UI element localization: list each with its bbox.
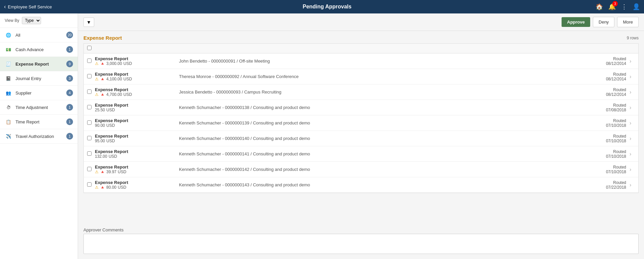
warning-icon: ⚠ (95, 77, 99, 81)
row-chevron-icon[interactable]: › (630, 166, 635, 173)
status-label: Routed (586, 103, 626, 108)
sidebar-item-supplier[interactable]: 👥 Supplier 4 (0, 86, 78, 100)
table-row[interactable]: Expense Report 95.00 USD Kenneth Schumac… (84, 131, 638, 146)
table-row[interactable]: Expense Report 25.50 USD Kenneth Schumac… (84, 100, 638, 115)
row-description: Kenneth Schumacher - 0000000143 / Consul… (179, 182, 582, 187)
approve-button[interactable]: Approve (562, 17, 590, 27)
toolbar: ▼ Approve Deny More (78, 13, 644, 31)
status-date: 07/10/2018 (586, 170, 626, 174)
home-icon[interactable]: 🏠 (596, 3, 603, 10)
more-button[interactable]: More (617, 17, 639, 27)
page-title: Pending Approvals (59, 4, 596, 10)
amount-value: 39.97 (106, 170, 116, 174)
row-chevron-icon[interactable]: › (630, 151, 635, 157)
row-chevron-icon[interactable]: › (630, 120, 635, 126)
status-label: Routed (586, 165, 626, 170)
view-by-select[interactable]: Type (22, 17, 41, 24)
row-type: Expense Report (95, 180, 176, 185)
row-chevron-icon[interactable]: › (630, 136, 635, 142)
table-row[interactable]: Expense Report ⚠ 🔺 4,100.00 USD Theresa … (84, 69, 638, 84)
row-checkbox[interactable] (87, 182, 92, 188)
back-button[interactable]: ‹ Employee Self Service (4, 4, 52, 10)
row-checkbox[interactable] (87, 74, 92, 79)
table-row[interactable]: Expense Report 132.00 USD Kenneth Schuma… (84, 146, 638, 162)
error-icon: 🔺 (100, 61, 105, 66)
sidebar-item-all[interactable]: 🌐 All 20 (0, 28, 78, 42)
sidebar-item-badge: 1 (66, 118, 73, 125)
status-label: Routed (586, 87, 626, 92)
status-date: 07/22/2018 (586, 185, 626, 190)
status-date: 07/10/2018 (586, 139, 626, 143)
row-chevron-icon[interactable]: › (630, 105, 635, 111)
sidebar-item-expense-report[interactable]: 🧾 Expense Report 9 (0, 57, 78, 71)
row-type: Expense Report (95, 87, 176, 92)
row-checkbox[interactable] (87, 120, 92, 126)
sidebar-item-travel-authorization[interactable]: ✈️ Travel Authorization 1 (0, 129, 78, 144)
notification-badge: 3 (612, 1, 618, 6)
approver-comments-input[interactable] (83, 234, 639, 254)
notifications-icon[interactable]: 🔔 3 (608, 3, 616, 10)
time-rep-icon: 📋 (5, 118, 12, 125)
table-row[interactable]: Expense Report 90.00 USD Kenneth Schumac… (84, 115, 638, 131)
sidebar-items-container: 🌐 All 20 💵 Cash Advance 1 🧾 Expense Repo… (0, 28, 78, 144)
row-count: 9 rows (627, 36, 639, 40)
deny-button[interactable]: Deny (593, 17, 614, 27)
row-status: Routed 07/08/2018 (586, 103, 626, 112)
row-main: Expense Report 25.50 USD (95, 103, 176, 112)
sidebar-item-badge: 1 (66, 104, 73, 111)
status-date: 07/10/2018 (586, 123, 626, 128)
time-adj-icon: ⏱ (5, 104, 12, 111)
status-label: Routed (586, 57, 626, 61)
journal-icon: 📓 (5, 75, 12, 82)
error-icon: 🔺 (100, 185, 105, 190)
row-description: Kenneth Schumacher - 0000000138 / Consul… (179, 105, 582, 110)
row-amount: 95.00 USD (95, 139, 176, 143)
currency-value: USD (118, 185, 126, 190)
status-label: Routed (586, 134, 626, 139)
row-amount: ⚠ 🔺 4,100.00 USD (95, 77, 176, 81)
row-checkbox[interactable] (87, 105, 92, 110)
user-avatar[interactable]: 👤 (633, 3, 640, 10)
row-type: Expense Report (95, 56, 176, 61)
sidebar-item-journal-entry[interactable]: 📓 Journal Entry 3 (0, 71, 78, 86)
status-date: 08/12/2014 (586, 92, 626, 97)
more-options-icon[interactable]: ⋮ (621, 3, 627, 10)
row-checkbox[interactable] (87, 59, 92, 64)
sidebar-item-label: Time Report (15, 119, 63, 124)
content-area: ▼ Approve Deny More Expense Report 9 row… (78, 13, 644, 259)
row-amount: ⚠ 🔺 39.97 USD (95, 170, 176, 174)
row-status: Routed 07/22/2018 (586, 180, 626, 190)
row-type: Expense Report (95, 164, 176, 170)
row-description: Kenneth Schumacher - 0000000140 / Consul… (179, 136, 582, 141)
row-chevron-icon[interactable]: › (630, 74, 635, 80)
select-all-row (84, 44, 638, 53)
row-status: Routed 08/12/2014 (586, 57, 626, 66)
sidebar-item-time-adjustment[interactable]: ⏱ Time Adjustment 1 (0, 100, 78, 115)
view-by-label: View By (5, 18, 19, 23)
row-checkbox[interactable] (87, 167, 92, 172)
row-main: Expense Report ⚠ 🔺 4,700.00 USD (95, 87, 176, 97)
row-checkbox[interactable] (87, 151, 92, 157)
row-chevron-icon[interactable]: › (630, 89, 635, 95)
table-row[interactable]: Expense Report ⚠ 🔺 3,000.00 USD John Ben… (84, 53, 638, 69)
row-status: Routed 07/10/2018 (586, 134, 626, 143)
sidebar-item-badge: 20 (66, 32, 73, 38)
row-status: Routed 07/10/2018 (586, 165, 626, 174)
row-checkbox[interactable] (87, 89, 92, 95)
row-chevron-icon[interactable]: › (630, 182, 635, 188)
currency-value: USD (106, 123, 115, 128)
row-main: Expense Report ⚠ 🔺 4,100.00 USD (95, 72, 176, 81)
sidebar-item-cash-advance[interactable]: 💵 Cash Advance 1 (0, 42, 78, 57)
sidebar-item-time-report[interactable]: 📋 Time Report 1 (0, 115, 78, 129)
table-row[interactable]: Expense Report ⚠ 🔺 4,700.00 USD Jessica … (84, 84, 638, 100)
back-label: Employee Self Service (8, 4, 52, 9)
filter-button[interactable]: ▼ (83, 17, 94, 27)
row-checkbox[interactable] (87, 136, 92, 141)
row-chevron-icon[interactable]: › (630, 58, 635, 64)
status-label: Routed (586, 72, 626, 77)
currency-value: USD (123, 77, 132, 81)
table-row[interactable]: Expense Report ⚠ 🔺 39.97 USD Kenneth Sch… (84, 162, 638, 177)
currency-value: USD (106, 108, 115, 112)
select-all-checkbox[interactable] (87, 46, 92, 50)
table-row[interactable]: Expense Report ⚠ 🔺 80.00 USD Kenneth Sch… (84, 177, 638, 193)
